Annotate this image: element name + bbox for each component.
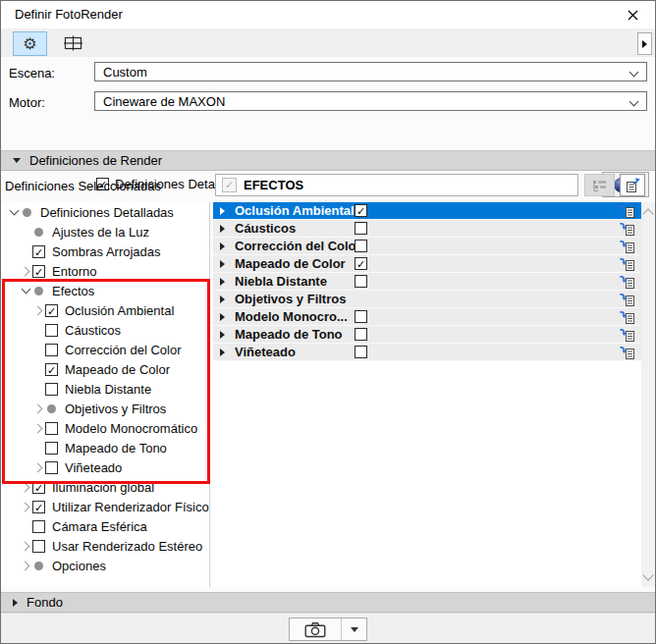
effect-checkbox[interactable]: ✓: [355, 257, 367, 270]
effects-list: Oclusión Ambiental ✓ Cáusticos Correcció…: [213, 202, 641, 587]
tree-item-ajustes-de-la-luz[interactable]: Ajustes de la Luz: [1, 222, 209, 242]
list-item-niebla-distante[interactable]: Niebla Distante: [213, 273, 641, 291]
tree-item-modelo-monocromatico[interactable]: Modelo Monocromático: [1, 418, 209, 438]
tree-checkbox[interactable]: ✓: [45, 304, 58, 317]
list-item-mapeado-de-tono[interactable]: Mapeado de Tono: [213, 326, 641, 344]
chevron-right-icon[interactable]: [19, 539, 32, 553]
doc-arrow-in-icon[interactable]: [620, 274, 635, 290]
expand-arrow-icon[interactable]: [220, 331, 225, 339]
tree-checkbox[interactable]: ✓: [32, 481, 45, 494]
list-item-vineteado[interactable]: Viñeteado: [213, 344, 641, 361]
tree-item-correccion-del-color[interactable]: Corrección del Color: [1, 340, 209, 359]
expand-arrow-icon[interactable]: [220, 225, 225, 233]
doc-arrow-in-icon[interactable]: [620, 327, 635, 343]
chevron-down-icon: [629, 97, 639, 107]
render-button[interactable]: [290, 618, 342, 640]
tree-item-utilizar-renderizador-fisico[interactable]: ✓ Utilizar Renderizador Físico: [1, 497, 209, 516]
scroll-down-icon[interactable]: [642, 569, 653, 580]
expand-arrow-icon[interactable]: [220, 313, 225, 321]
effect-checkbox[interactable]: [355, 328, 367, 341]
chevron-right-icon[interactable]: [31, 421, 45, 435]
tree-checkbox[interactable]: [45, 442, 58, 455]
effect-checkbox[interactable]: [355, 275, 367, 288]
tree-checkbox[interactable]: ✓: [32, 501, 45, 513]
doc-arrow-in-icon[interactable]: [620, 221, 635, 237]
list-item-oclusion-ambiental[interactable]: Oclusión Ambiental ✓: [213, 202, 641, 220]
tree-item-mapeado-de-tono[interactable]: Mapeado de Tono: [1, 438, 209, 457]
tree-item-efectos[interactable]: Efectos: [1, 281, 209, 300]
doc-arrow-in-icon[interactable]: [620, 345, 635, 360]
chevron-right-icon[interactable]: [31, 303, 45, 317]
expand-arrow-icon[interactable]: [220, 207, 225, 215]
expand-arrow-icon[interactable]: [220, 349, 225, 356]
chevron-right-icon[interactable]: [19, 480, 32, 494]
tree-checkbox[interactable]: [45, 422, 58, 435]
render-split-button: [289, 617, 367, 641]
list-item-correccion-del-color[interactable]: Corrección del Color: [213, 238, 641, 255]
effect-checkbox[interactable]: ✓: [355, 204, 367, 217]
expand-arrow-icon[interactable]: [220, 242, 225, 250]
tree-checkbox[interactable]: [45, 383, 58, 396]
scroll-up-icon[interactable]: [642, 208, 653, 219]
tree-item-opciones[interactable]: Opciones: [1, 556, 209, 575]
layout-tab-button[interactable]: [57, 31, 89, 54]
effect-checkbox[interactable]: [355, 310, 367, 323]
tree-checkbox[interactable]: ✓: [45, 363, 58, 376]
chevron-right-icon[interactable]: [31, 460, 45, 474]
chevron-down-icon: [629, 68, 639, 78]
effect-checkbox[interactable]: [355, 240, 367, 252]
chevron-down-icon[interactable]: [19, 284, 32, 297]
expand-arrow-icon[interactable]: [220, 260, 225, 268]
dialog-title: Definir FotoRender: [15, 1, 123, 28]
doc-arrow-in-icon[interactable]: [620, 256, 635, 272]
tree-checkbox[interactable]: [32, 540, 45, 553]
structure-view-button[interactable]: [584, 174, 615, 196]
close-button[interactable]: [618, 1, 647, 28]
chevron-down-icon[interactable]: [7, 205, 21, 219]
tree-item-oclusion-ambiental[interactable]: ✓ Oclusión Ambiental: [1, 300, 209, 320]
list-item-mapeado-de-color[interactable]: Mapeado de Color ✓: [213, 255, 641, 273]
effects-list-scrollbar[interactable]: [641, 202, 655, 587]
scene-select[interactable]: Custom: [94, 62, 647, 81]
tree-checkbox[interactable]: ✓: [32, 265, 45, 278]
tree-item-iluminacion-global[interactable]: ✓ Iluminación global: [1, 477, 209, 497]
expand-arrow-icon[interactable]: [220, 278, 225, 286]
effect-checkbox[interactable]: [355, 346, 367, 358]
tree-item-mapeado-de-color[interactable]: ✓ Mapeado de Color: [1, 359, 209, 379]
engine-select[interactable]: Cineware de MAXON: [94, 91, 647, 111]
chevron-right-icon[interactable]: [19, 264, 32, 278]
tree-item-usar-renderizado-estereo[interactable]: Usar Renderizado Estéreo: [1, 536, 209, 556]
list-item-modelo-monocromatico[interactable]: Modelo Monocro...: [213, 308, 641, 326]
effect-checkbox[interactable]: [355, 222, 367, 235]
tree-checkbox[interactable]: [45, 324, 58, 337]
tree-checkbox[interactable]: [45, 461, 58, 474]
export-settings-button[interactable]: [620, 174, 645, 196]
tree-item-camara-esferica[interactable]: Cámara Esférica: [1, 516, 209, 536]
doc-arrow-in-icon[interactable]: [620, 203, 635, 219]
tree-item-entorno[interactable]: ✓ Entorno: [1, 261, 209, 281]
tree-item-niebla-distante[interactable]: Niebla Distante: [1, 379, 209, 399]
doc-arrow-in-icon[interactable]: [620, 292, 635, 307]
chevron-right-icon[interactable]: [19, 500, 32, 513]
expand-arrow-icon[interactable]: [220, 295, 225, 303]
tree-checkbox[interactable]: [45, 344, 58, 356]
tree-checkbox[interactable]: [32, 520, 45, 533]
tree-item-objetivos-y-filtros[interactable]: Objetivos y Filtros: [1, 399, 209, 418]
tree-item-sombras-arrojadas[interactable]: ✓ Sombras Arrojadas: [1, 242, 209, 261]
settings-tab-button[interactable]: ⚙: [13, 31, 47, 56]
doc-arrow-in-icon[interactable]: [620, 309, 635, 325]
list-item-objetivos-y-filtros[interactable]: Objetivos y Filtros: [213, 291, 641, 308]
list-item-causticos[interactable]: Cáusticos: [213, 220, 641, 238]
toolbar-more-button[interactable]: [637, 32, 652, 55]
background-section-header[interactable]: Fondo: [1, 592, 655, 613]
render-options-dropdown[interactable]: [342, 618, 366, 640]
render-settings-section-header[interactable]: Definiciones de Render: [1, 150, 655, 171]
tree-item-definiciones-detalladas[interactable]: Definiciones Detalladas: [1, 202, 209, 222]
close-icon: [628, 10, 638, 21]
chevron-right-icon[interactable]: [19, 559, 32, 572]
tree-checkbox[interactable]: ✓: [32, 245, 45, 258]
tree-item-causticos[interactable]: Cáusticos: [1, 320, 209, 340]
tree-item-vineteado[interactable]: Viñeteado: [1, 457, 209, 477]
chevron-right-icon[interactable]: [31, 402, 45, 415]
doc-arrow-in-icon[interactable]: [620, 239, 635, 254]
